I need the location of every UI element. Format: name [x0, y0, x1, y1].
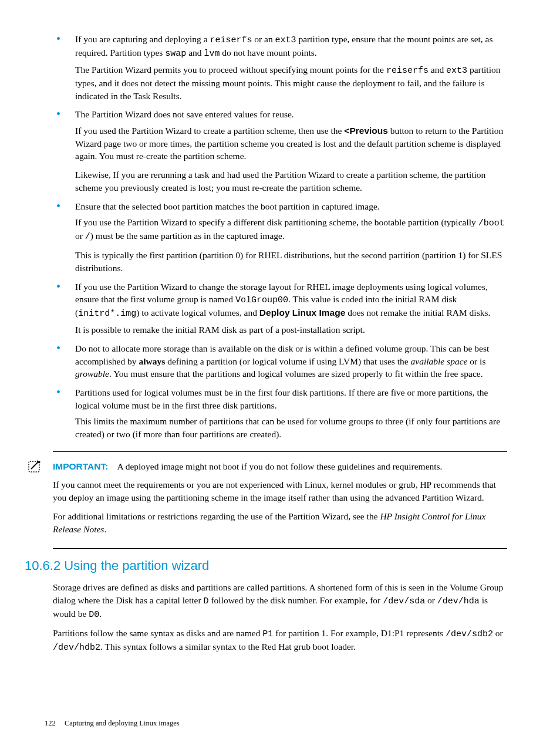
important-label: IMPORTANT: — [53, 461, 108, 471]
important-paragraph-1: IMPORTANT: A deployed image might not bo… — [53, 460, 507, 473]
code: /boot — [478, 218, 505, 228]
code: /dev/hda — [437, 596, 480, 606]
code: D0 — [89, 610, 99, 620]
text: or — [75, 231, 85, 241]
code: /dev/hdb2 — [53, 643, 100, 653]
paragraph: The Partition Wizard permits you to proc… — [75, 63, 507, 102]
code: reiserfs — [386, 66, 429, 76]
text: does not remake the initial RAM disks. — [345, 308, 490, 318]
text: The Partition Wizard permits you to proc… — [75, 65, 386, 75]
code: / — [85, 232, 90, 242]
ui-label: <Previous — [344, 126, 388, 136]
bullet-item-1: If you are capturing and deploying a rei… — [53, 33, 507, 102]
text: and — [429, 65, 446, 75]
page-footer: 122 Capturing and deploying Linux images — [45, 718, 180, 729]
section-paragraph-2: Partitions follow the same syntax as dis… — [53, 627, 507, 654]
text: Partitions used for logical volumes must… — [75, 387, 488, 410]
text: . — [99, 609, 102, 619]
text: If you use the Partition Wizard to speci… — [75, 217, 478, 227]
text: and — [186, 48, 204, 58]
text: If you are capturing and deploying a — [75, 34, 210, 44]
text: . This syntax follows a similar syntax t… — [100, 642, 356, 652]
bullet-item-5: Do not to allocate more storage than is … — [53, 342, 507, 380]
bullet-item-4: If you use the Partition Wizard to chang… — [53, 281, 507, 336]
page-content: If you are capturing and deploying a rei… — [0, 0, 560, 683]
section-paragraph-1: Storage drives are defined as disks and … — [53, 581, 507, 621]
paragraph: This is typically the first partition (p… — [75, 249, 507, 274]
bullet-item-3: Ensure that the selected boot partition … — [53, 200, 507, 275]
text: . You must ensure that the partitions an… — [109, 369, 483, 379]
paragraph: If you used the Partition Wizard to crea… — [75, 124, 507, 163]
code: P1 — [262, 629, 273, 639]
code: swap — [165, 49, 186, 59]
text: followed by the disk number. For example… — [209, 595, 383, 605]
text: For additional limitations or restrictio… — [53, 511, 380, 521]
code: /dev/sda — [383, 596, 425, 606]
guidelines-list: If you are capturing and deploying a rei… — [53, 33, 507, 441]
paragraph: It is possible to remake the initial RAM… — [75, 323, 507, 336]
paragraph: If you use the Partition Wizard to speci… — [75, 216, 507, 243]
text: If you used the Partition Wizard to crea… — [75, 126, 344, 136]
chapter-title: Capturing and deploying Linux images — [65, 719, 180, 727]
text: or — [493, 628, 503, 638]
text: for partition 1. For example, D1:P1 repr… — [273, 628, 446, 638]
section-heading: 10.6.2 Using the partition wizard — [25, 557, 507, 575]
text: Ensure that the selected boot partition … — [75, 201, 380, 211]
text: or — [425, 595, 437, 605]
emphasis: always — [139, 356, 165, 366]
text: Partitions follow the same syntax as dis… — [53, 628, 262, 638]
text: . — [104, 524, 106, 534]
paragraph: Likewise, If you are rerunning a task an… — [75, 168, 507, 194]
ui-label: Deploy Linux Image — [259, 308, 345, 318]
paragraph: This limits the maximum number of partit… — [75, 415, 507, 440]
code: initrd*.img — [78, 309, 136, 319]
important-paragraph-2: If you cannot meet the requirements or y… — [53, 478, 507, 504]
code: lvm — [204, 49, 220, 59]
text: The Partition Wizard does not save enter… — [75, 109, 294, 119]
code: VolGroup00 — [235, 295, 288, 305]
important-callout: IMPORTANT: A deployed image might not bo… — [53, 451, 507, 549]
text: A deployed image might not boot if you d… — [117, 461, 442, 471]
text: or an — [252, 34, 275, 44]
text: do not have mount points. — [220, 48, 316, 58]
text: or is — [467, 356, 485, 366]
code: ext3 — [275, 35, 296, 45]
text: ) must be the same partition as in the c… — [90, 231, 285, 241]
page-number: 122 — [45, 719, 56, 727]
code: /dev/sdb2 — [446, 629, 493, 639]
code: ext3 — [446, 66, 467, 76]
bullet-item-6: Partitions used for logical volumes must… — [53, 386, 507, 441]
important-paragraph-3: For additional limitations or restrictio… — [53, 510, 507, 535]
bullet-item-2: The Partition Wizard does not save enter… — [53, 108, 507, 194]
note-icon — [27, 458, 43, 478]
text: ) to activate logical volumes, and — [136, 308, 259, 318]
emphasis: growable — [75, 369, 109, 379]
emphasis: available space — [411, 356, 468, 366]
text: defining a partition (or logical volume … — [165, 356, 410, 366]
code: reiserfs — [210, 35, 252, 45]
code: D — [204, 596, 209, 606]
